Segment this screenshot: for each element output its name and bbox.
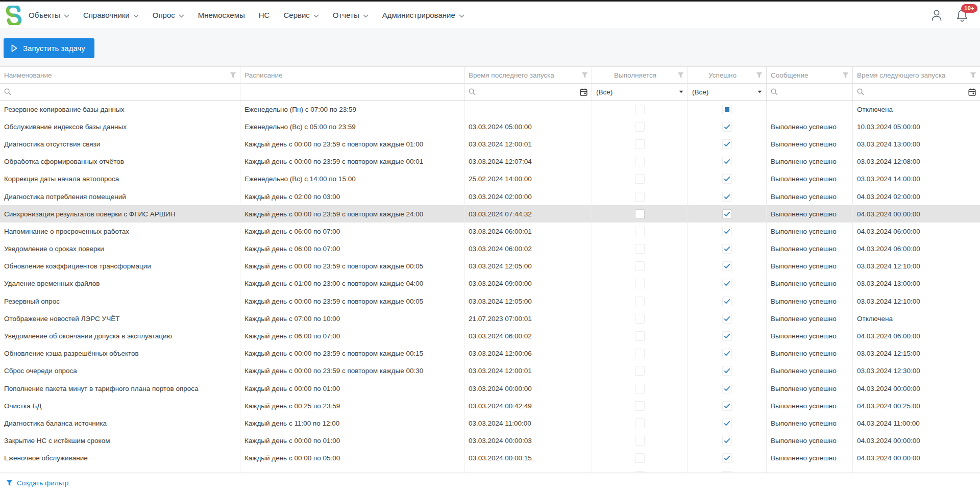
running-checkbox[interactable] [635,349,645,358]
run-task-button[interactable]: Запустить задачу [4,38,94,58]
running-checkbox[interactable] [635,209,645,219]
notifications-bell-icon[interactable]: 10+ [955,8,969,22]
task-row[interactable]: Еженочное обслуживаниеКаждый день с 00:0… [0,450,980,467]
success-checkbox[interactable] [722,384,732,393]
dropdown-arrow-icon[interactable] [757,90,762,93]
task-row[interactable]: Резервное копирование базы данныхЕженеде… [0,101,980,118]
filter-cell-next_run[interactable] [853,84,980,100]
menu-item-polling[interactable]: Опрос [153,11,184,19]
task-row[interactable]: Резервный опросКаждый день с 00:00 по 23… [0,292,980,310]
running-checkbox[interactable] [635,331,645,341]
task-row[interactable]: Обновление кэша разрешённых объектовКажд… [0,345,980,362]
task-row[interactable]: Обработка сформированных отчётовКаждый д… [0,153,980,170]
menu-item-ns[interactable]: НС [259,11,270,19]
running-checkbox[interactable] [635,279,645,288]
running-checkbox[interactable] [635,436,645,446]
filter-funnel-icon[interactable] [677,72,684,79]
success-checkbox[interactable] [722,297,732,306]
task-row[interactable]: Напоминание о просроченных работахКаждый… [0,223,980,240]
filter-funnel-icon[interactable] [581,72,588,79]
filter-funnel-icon[interactable] [970,72,976,79]
task-row[interactable]: Уведомление о сроках поверкиКаждый день … [0,240,980,258]
success-checkbox[interactable] [722,192,732,202]
running-checkbox[interactable] [635,471,645,473]
filter-cell-last_run[interactable] [464,84,592,100]
menu-item-administration[interactable]: Администрирование [382,11,464,19]
success-checkbox[interactable] [722,331,732,341]
task-row[interactable]: Удаление временных файловКаждый день с 0… [0,275,980,292]
filter-funnel-icon[interactable] [842,72,849,79]
success-checkbox[interactable] [722,401,732,411]
success-checkbox[interactable] [722,349,732,358]
calendar-icon[interactable] [968,88,976,96]
running-checkbox[interactable] [635,366,645,376]
success-checkbox[interactable] [722,471,732,473]
menu-item-directories[interactable]: Справочники [83,11,139,19]
task-row[interactable]: Обновление коэффициентов трансформацииКа… [0,258,980,275]
task-row[interactable]: Очистка БДКаждый день с 00:25 по 23:5903… [0,397,980,414]
running-checkbox[interactable] [635,418,645,428]
task-row[interactable]: Диагностика отсутствия связиКаждый день … [0,135,980,153]
task-row[interactable]: Коррекция даты начала автоопросаЕженедел… [0,170,980,188]
running-checkbox[interactable] [635,244,645,254]
filter-cell-success[interactable]: (Все) [688,84,767,100]
running-checkbox[interactable] [635,314,645,324]
success-checkbox[interactable] [722,209,732,219]
task-row[interactable]: Обслуживание индексов базы данныхЕженеде… [0,118,980,135]
task-row[interactable]: Отображение новостей ЛЭРС УЧЁТКаждый ден… [0,310,980,327]
success-checkbox[interactable] [722,366,732,376]
success-checkbox[interactable] [722,436,732,446]
task-row[interactable]: Диагностика баланса источникаКаждый день… [0,414,980,432]
task-row[interactable]: Сброс очереди опросаКаждый день с 00:00 … [0,362,980,380]
running-checkbox[interactable] [635,453,645,463]
success-checkbox[interactable] [722,418,732,428]
column-header-success[interactable]: Успешно [688,67,767,83]
success-checkbox[interactable] [722,453,732,463]
column-header-message[interactable]: Сообщение [767,67,853,83]
running-checkbox[interactable] [635,297,645,306]
column-header-last_run[interactable]: Время последнего запуска [464,67,592,83]
success-checkbox[interactable] [722,139,732,149]
success-checkbox[interactable] [722,244,732,254]
success-checkbox[interactable] [722,261,732,271]
success-checkbox[interactable] [722,227,732,236]
filter-cell-running[interactable]: (Все) [592,84,688,100]
menu-item-mnemoschemes[interactable]: Мнемосхемы [198,11,245,19]
task-row[interactable]: Закрытие НС с истёкшим срокомКаждый день… [0,432,980,450]
task-row[interactable]: Диагностика потребления помещенийКаждый … [0,188,980,205]
column-header-running[interactable]: Выполняется [592,67,688,83]
filter-cell-name[interactable] [0,84,240,100]
running-checkbox[interactable] [635,261,645,271]
menu-item-objects[interactable]: Объекты [29,11,69,19]
task-row[interactable]: Пополнение пакета минут в тарифного план… [0,380,980,397]
running-checkbox[interactable] [635,139,645,149]
running-checkbox[interactable] [635,384,645,393]
running-checkbox[interactable] [635,227,645,236]
running-checkbox[interactable] [635,105,645,114]
column-header-name[interactable]: Наименование [0,67,240,83]
running-checkbox[interactable] [635,192,645,202]
user-icon[interactable] [930,8,943,22]
menu-item-service[interactable]: Сервис [283,11,318,19]
create-filter-link[interactable]: Создать фильтр [6,479,68,487]
column-header-schedule[interactable]: Расписание [240,67,464,83]
success-checkbox[interactable] [722,174,732,184]
task-row[interactable] [0,467,980,473]
running-checkbox[interactable] [635,157,645,166]
task-row[interactable]: Синхронизация результатов поверки с ФГИС… [0,205,980,223]
lers-logo[interactable] [4,5,24,26]
success-checkbox[interactable] [722,122,732,132]
running-checkbox[interactable] [635,174,645,184]
success-checkbox[interactable] [722,157,732,166]
running-checkbox[interactable] [635,122,645,132]
menu-item-reports[interactable]: Отчеты [333,11,369,19]
filter-cell-message[interactable] [767,84,853,100]
dropdown-arrow-icon[interactable] [679,90,683,93]
success-checkbox[interactable] [722,105,732,114]
task-row[interactable]: Уведомление об окончании допуска в экспл… [0,327,980,344]
success-checkbox[interactable] [722,314,732,324]
filter-funnel-icon[interactable] [756,72,763,79]
filter-funnel-icon[interactable] [230,72,236,79]
success-checkbox[interactable] [722,279,732,288]
running-checkbox[interactable] [635,401,645,411]
